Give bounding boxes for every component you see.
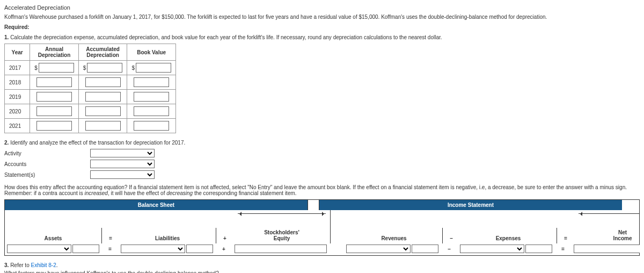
activity-label: Activity (4, 150, 90, 156)
liabilities-amount-input[interactable] (186, 245, 213, 253)
revenues-col-header: Revenues (346, 228, 443, 243)
liabilities-account-select[interactable] (121, 245, 185, 253)
accounts-label: Accounts (4, 161, 90, 167)
plus-sign-b: + (215, 245, 232, 253)
accum-dep-input-2018[interactable] (85, 77, 121, 87)
statements-select[interactable] (90, 170, 155, 179)
se-arrow-icon (238, 213, 326, 214)
exhibit-link[interactable]: Exhibit 8-2 (31, 262, 56, 268)
intro-paragraph: Koffman's Warehouse purchased a forklift… (4, 14, 640, 20)
question-2: 2. Identify and analyze the effect of th… (4, 140, 640, 146)
required-label: Required: (4, 24, 640, 30)
section-gap-b (329, 248, 344, 250)
equals-sign-2: = (557, 228, 574, 243)
q2-analysis-grid: Activity Accounts Statement(s) (4, 149, 640, 179)
depreciation-table: Year Annual Depreciation Accumulated Dep… (4, 44, 176, 133)
equation-intro: How does this entry affect the accountin… (4, 184, 640, 196)
book-value-input-2018[interactable] (134, 77, 169, 87)
equals-sign-1: = (102, 228, 119, 243)
net-arrow-icon (579, 213, 640, 214)
net-income-amount-input[interactable] (574, 245, 640, 253)
book-value-input-2019[interactable] (134, 92, 169, 102)
q3-number: 3. (4, 262, 9, 268)
minus-sign: – (443, 228, 460, 243)
col-annual: Annual Depreciation (30, 44, 79, 61)
table-row: 2017$$$ (5, 61, 176, 75)
q1-number: 1. (4, 34, 9, 40)
liabilities-col-header: Liabilities (119, 228, 216, 243)
q1-text: Calculate the depreciation expense, accu… (10, 34, 442, 40)
annual-dep-input-2019[interactable] (36, 92, 72, 102)
accum-dep-input-2021[interactable] (85, 121, 121, 131)
stockholders-equity-amount-input[interactable] (235, 245, 327, 253)
annual-dep-input-2021[interactable] (36, 121, 72, 131)
annual-dep-input-2020[interactable] (36, 106, 72, 116)
year-cell: 2019 (5, 90, 30, 104)
col-accum: Accumulated Depreciation (78, 44, 127, 61)
assets-account-select[interactable] (7, 245, 71, 253)
q3-period: . (56, 262, 58, 268)
year-cell: 2020 (5, 104, 30, 119)
net-income-col-header: Net Income (574, 210, 640, 243)
accum-dep-input-2019[interactable] (85, 92, 121, 102)
question-3: 3. Refer to Exhibit 8-2. What factors ma… (4, 262, 640, 273)
table-row: 2019 (5, 90, 176, 104)
statements-label: Statement(s) (4, 172, 90, 178)
page-title: Accelerated Depreciation (4, 4, 640, 11)
assets-col-header: Assets (5, 228, 102, 243)
accum-dep-input-2017[interactable] (87, 63, 122, 73)
q3-prompt: What factors may have influenced Koffman… (4, 270, 640, 273)
q3-refer-text: Refer to (10, 262, 31, 268)
book-value-input-2020[interactable] (134, 106, 169, 116)
header-gap (308, 200, 319, 210)
revenues-account-select[interactable] (346, 245, 411, 253)
year-cell: 2018 (5, 75, 30, 90)
book-value-input-2021[interactable] (134, 121, 169, 131)
plus-sign: + (216, 228, 233, 243)
q2-number: 2. (4, 140, 9, 146)
accounting-equation-grid: Balance Sheet Income Statement Assets = … (4, 199, 640, 256)
annual-dep-input-2017[interactable] (39, 63, 74, 73)
revenues-amount-input[interactable] (412, 245, 438, 253)
minus-sign-b: – (441, 245, 458, 253)
col-bv: Book Value (127, 44, 176, 61)
table-row: 2020 (5, 104, 176, 119)
col-year: Year (5, 44, 30, 61)
question-1: 1. Calculate the depreciation expense, a… (4, 34, 640, 40)
income-statement-header: Income Statement (319, 200, 622, 210)
balance-sheet-header: Balance Sheet (5, 200, 308, 210)
year-cell: 2017 (5, 61, 30, 75)
expenses-amount-input[interactable] (525, 245, 552, 253)
equals-sign-1b: = (101, 245, 119, 253)
section-gap (331, 234, 346, 243)
annual-dep-input-2018[interactable] (36, 77, 72, 87)
expenses-col-header: Expenses (460, 228, 557, 243)
q2-text: Identify and analyze the effect of the t… (10, 140, 185, 146)
table-row: 2018 (5, 75, 176, 90)
year-cell: 2021 (5, 119, 30, 133)
accounts-select[interactable] (90, 160, 155, 168)
table-row: 2021 (5, 119, 176, 133)
assets-amount-input[interactable] (72, 245, 99, 253)
expenses-account-select[interactable] (460, 245, 524, 253)
equals-sign-2b: = (554, 245, 572, 253)
accum-dep-input-2020[interactable] (85, 106, 121, 116)
book-value-input-2017[interactable] (136, 63, 171, 73)
activity-select[interactable] (90, 149, 155, 157)
stockholders-equity-col-header: Stockholders' Equity (233, 210, 331, 243)
